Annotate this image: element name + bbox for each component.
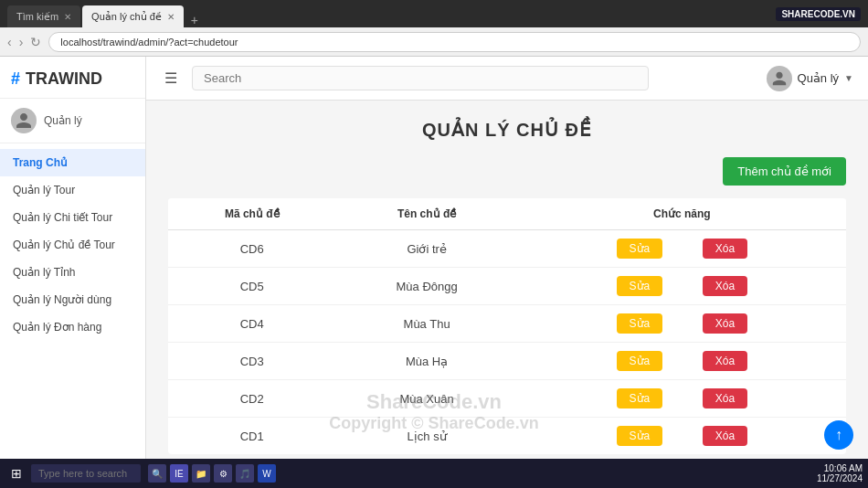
table-row: CD4 Mùa Thu Sửa Xóa	[168, 305, 846, 343]
dropdown-arrow-icon: ▼	[844, 73, 853, 83]
table-row: CD1 Lịch sử Sửa Xóa	[168, 418, 846, 455]
user-icon	[15, 111, 33, 130]
sidebar-item-chi-tiet-tour[interactable]: Quản lý Chi tiết Tour	[0, 204, 145, 231]
xoa-button[interactable]: Xóa	[703, 388, 747, 408]
taskbar-start-button[interactable]: ⊞	[5, 464, 27, 483]
cell-ten: Mùa Đôngg	[335, 268, 517, 305]
cell-chuc-nang: Sửa Xóa	[518, 230, 846, 268]
xoa-button[interactable]: Xóa	[703, 239, 747, 259]
sidebar-item-don-hang[interactable]: Quản lý Đơn hàng	[0, 313, 145, 341]
tab-label: Tìm kiếm	[16, 11, 58, 23]
taskbar-icon-3[interactable]: 📁	[192, 464, 210, 483]
table-row: CD3 Mùa Hạ Sửa Xóa	[168, 343, 846, 380]
tab-tim-kiem[interactable]: Tìm kiếm ✕	[7, 5, 80, 27]
reload-icon[interactable]: ↻	[30, 35, 41, 49]
cell-ten: Giới trẻ	[335, 230, 517, 268]
sidebar-item-quan-ly-tour[interactable]: Quản lý Tour	[0, 176, 145, 204]
sua-button[interactable]: Sửa	[617, 388, 663, 408]
user-menu-avatar	[767, 66, 792, 91]
cell-ma: CD2	[168, 380, 335, 418]
taskbar-icons: 🔍 IE 📁 ⚙ 🎵 W	[148, 464, 276, 483]
add-chu-de-button[interactable]: Thêm chủ đề mới	[723, 157, 846, 186]
sharecode-logo: SHARECODE.VN	[776, 7, 861, 21]
user-menu[interactable]: Quản lý ▼	[767, 66, 853, 91]
address-input[interactable]	[48, 32, 861, 52]
tab-close-icon[interactable]: ✕	[167, 12, 175, 22]
sua-button[interactable]: Sửa	[617, 351, 663, 371]
cell-ten: Mùa Xuân	[335, 380, 517, 418]
add-btn-row: Thêm chủ đề mới	[168, 157, 846, 186]
xoa-button[interactable]: Xóa	[703, 313, 747, 334]
back-to-top-button[interactable]: ↑	[824, 420, 853, 450]
user-menu-icon	[771, 70, 788, 87]
sidebar-item-trang-chu[interactable]: Trang Chủ	[0, 149, 145, 176]
xoa-button[interactable]: Xóa	[703, 351, 747, 371]
table-container: Mã chủ đề Tên chủ đề Chức năng CD6 Giới …	[168, 198, 846, 454]
taskbar-icon-6[interactable]: W	[258, 464, 276, 483]
sidebar: # TRAWIND Quản lý Trang Chủ Quản lý Tour…	[0, 57, 146, 488]
cell-ma: CD6	[168, 230, 335, 268]
new-tab-button[interactable]: +	[185, 13, 204, 27]
cell-ma: CD4	[168, 305, 335, 343]
col-header-ten: Tên chủ đề	[335, 198, 517, 230]
sua-button[interactable]: Sửa	[617, 313, 663, 334]
browser-tabs: Tìm kiếm ✕ Quản lý chủ đề ✕ +	[7, 0, 204, 27]
nav-forward-icon[interactable]: ›	[19, 35, 24, 49]
tab-quan-ly-chu-de[interactable]: Quản lý chủ đề ✕	[82, 5, 184, 27]
sidebar-item-quan-ly-tinh[interactable]: Quản lý Tỉnh	[0, 259, 145, 286]
col-header-chuc-nang: Chức năng	[518, 198, 846, 230]
page-title: QUẢN LÝ CHỦ ĐỀ	[168, 119, 846, 141]
main-content: ☰ Quản lý ▼ QUẢN LÝ CHỦ ĐỀ Thêm chủ đề m…	[146, 57, 868, 488]
table-row: CD5 Mùa Đôngg Sửa Xóa	[168, 268, 846, 305]
taskbar-icon-4[interactable]: ⚙	[214, 464, 232, 483]
cell-chuc-nang: Sửa Xóa	[518, 418, 846, 455]
taskbar-icon-2[interactable]: IE	[170, 464, 188, 483]
taskbar-right: 10:06 AM 11/27/2024	[817, 463, 863, 483]
xoa-button[interactable]: Xóa	[703, 426, 747, 446]
sidebar-user: Quản lý	[0, 99, 145, 143]
brand-name: TRAWIND	[26, 69, 102, 89]
tab-label: Quản lý chủ đề	[91, 11, 162, 23]
cell-chuc-nang: Sửa Xóa	[518, 268, 846, 305]
address-bar: ‹ › ↻	[0, 27, 868, 57]
table-header-row: Mã chủ đề Tên chủ đề Chức năng	[168, 198, 846, 230]
sua-button[interactable]: Sửa	[617, 426, 663, 446]
cell-ten: Mùa Thu	[335, 305, 517, 343]
search-input[interactable]	[192, 66, 649, 90]
user-menu-name: Quản lý	[798, 71, 840, 85]
sua-button[interactable]: Sửa	[617, 276, 663, 296]
browser-chrome: Tìm kiếm ✕ Quản lý chủ đề ✕ + SHARECODE.…	[0, 0, 868, 27]
menu-icon[interactable]: ☰	[161, 66, 181, 90]
cell-ma: CD1	[168, 418, 335, 455]
cell-ma: CD5	[168, 268, 335, 305]
table-row: CD2 Mùa Xuân Sửa Xóa	[168, 380, 846, 418]
sidebar-nav: Trang Chủ Quản lý Tour Quản lý Chi tiết …	[0, 143, 145, 346]
nav-back-icon[interactable]: ‹	[7, 35, 12, 49]
cell-ten: Mùa Hạ	[335, 343, 517, 380]
sua-button[interactable]: Sửa	[617, 239, 663, 259]
cell-ten: Lịch sử	[335, 418, 517, 455]
sidebar-item-nguoi-dung[interactable]: Quản lý Người dùng	[0, 286, 145, 313]
app-container: # TRAWIND Quản lý Trang Chủ Quản lý Tour…	[0, 57, 868, 488]
sidebar-brand: # TRAWIND	[0, 57, 145, 99]
taskbar-search-input[interactable]	[31, 464, 141, 483]
sidebar-item-chu-de-tour[interactable]: Quản lý Chủ đề Tour	[0, 231, 145, 259]
taskbar: ⊞ 🔍 IE 📁 ⚙ 🎵 W 10:06 AM 11/27/2024	[0, 459, 868, 488]
taskbar-icon-5[interactable]: 🎵	[236, 464, 254, 483]
col-header-ma: Mã chủ đề	[168, 198, 335, 230]
top-bar: ☰ Quản lý ▼	[146, 57, 868, 101]
cell-ma: CD3	[168, 343, 335, 380]
chu-de-table: Mã chủ đề Tên chủ đề Chức năng CD6 Giới …	[168, 198, 846, 454]
tab-close-icon[interactable]: ✕	[64, 12, 71, 22]
cell-chuc-nang: Sửa Xóa	[518, 305, 846, 343]
search-box	[192, 66, 649, 90]
xoa-button[interactable]: Xóa	[703, 276, 747, 296]
brand-hash: #	[11, 69, 20, 89]
table-row: CD6 Giới trẻ Sửa Xóa	[168, 230, 846, 268]
cell-chuc-nang: Sửa Xóa	[518, 343, 846, 380]
taskbar-icon-1[interactable]: 🔍	[148, 464, 166, 483]
sidebar-user-name: Quản lý	[44, 114, 82, 127]
content-area: QUẢN LÝ CHỦ ĐỀ Thêm chủ đề mới Mã chủ đề…	[146, 101, 868, 488]
avatar	[11, 108, 37, 133]
cell-chuc-nang: Sửa Xóa	[518, 380, 846, 418]
